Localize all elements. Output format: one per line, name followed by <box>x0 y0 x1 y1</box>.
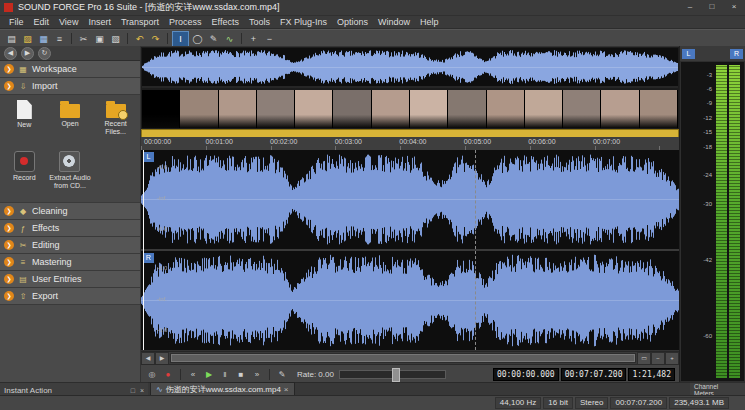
play-button[interactable]: ▶ <box>202 368 216 381</box>
pencil-edit-button[interactable]: ✎ <box>275 368 289 381</box>
close-button[interactable]: × <box>723 0 745 15</box>
sidebar-item-cleaning[interactable]: ❯ ◆ Cleaning <box>0 203 140 220</box>
file-length-field: 00:07:07.200 <box>610 397 667 409</box>
tab-close-icon[interactable]: × <box>284 385 289 394</box>
video-frame <box>142 90 180 128</box>
meter-left-badge[interactable]: L <box>682 49 695 59</box>
waveform-editor[interactable]: L -6.0 -inf. -6.0 R -6.0 -inf. -6.0 <box>141 150 679 350</box>
toolbar-separator <box>71 33 72 44</box>
back-icon[interactable]: ◀ <box>4 47 17 60</box>
overview-waveform[interactable] <box>142 48 678 86</box>
menu-window[interactable]: Window <box>373 17 415 27</box>
menu-process[interactable]: Process <box>164 17 207 27</box>
record-button[interactable]: ● <box>161 368 175 381</box>
ruler-tick: 00:02:00 <box>270 138 297 145</box>
channel-left[interactable]: L -6.0 -inf. -6.0 <box>141 150 679 249</box>
export-icon: ⇧ <box>18 292 28 301</box>
channel-right[interactable]: R -6.0 -inf. -6.0 <box>141 251 679 350</box>
rate-slider[interactable] <box>339 370 446 379</box>
document-tab[interactable]: ∿ 伤逝的安详www.ssdax.com.mp4 × <box>150 382 295 396</box>
sidebar-item-mastering[interactable]: ❯ ≡ Mastering <box>0 254 140 271</box>
new-file-icon[interactable]: ▤ <box>4 32 19 46</box>
open-file-icon[interactable]: ▨ <box>20 32 35 46</box>
maximize-button[interactable]: □ <box>701 0 723 15</box>
menu-insert[interactable]: Insert <box>83 17 116 27</box>
pin-icon[interactable]: □ <box>131 387 135 394</box>
zoom-in-icon[interactable]: + <box>246 32 261 46</box>
cut-icon[interactable]: ✂ <box>76 32 91 46</box>
close-icon[interactable]: × <box>140 387 144 394</box>
video-timeline-strip[interactable] <box>141 89 679 129</box>
menu-help[interactable]: Help <box>415 17 444 27</box>
pause-button[interactable]: ‖ <box>218 368 232 381</box>
app-logo-icon <box>4 3 13 12</box>
zoom-in-time-icon[interactable]: + <box>665 352 679 365</box>
scroll-left-icon[interactable]: ◀ <box>141 352 155 365</box>
video-frame <box>333 90 371 128</box>
zoom-out-time-icon[interactable]: − <box>651 352 665 365</box>
sidebar-item-import[interactable]: ❯ ⇩ Import <box>0 78 140 95</box>
rate-slider-thumb[interactable] <box>392 368 400 382</box>
video-frame <box>640 90 678 128</box>
redo-icon[interactable]: ↷ <box>148 32 163 46</box>
expand-arrow-icon: ❯ <box>4 206 14 216</box>
left-channel-badge[interactable]: L <box>143 152 154 162</box>
bit-depth-field: 16 bit <box>543 397 573 409</box>
copy-icon[interactable]: ▣ <box>92 32 107 46</box>
stop-button[interactable]: ■ <box>234 368 248 381</box>
record-arm-button[interactable]: ◎ <box>145 368 159 381</box>
pencil-tool-icon[interactable]: ✎ <box>206 32 221 46</box>
overview-strip[interactable] <box>141 47 679 89</box>
menu-tools[interactable]: Tools <box>244 17 275 27</box>
right-channel-badge[interactable]: R <box>143 253 154 263</box>
scrollbar-track[interactable] <box>170 353 636 363</box>
minimize-button[interactable]: – <box>679 0 701 15</box>
menu-transport[interactable]: Transport <box>116 17 164 27</box>
properties-icon[interactable]: ≡ <box>52 32 67 46</box>
window-title: SOUND FORGE Pro 16 Suite - [伤逝的安详www.ssd… <box>18 1 280 14</box>
sidebar-item-workspace[interactable]: ❯ ▦ Workspace <box>0 61 140 78</box>
time-ruler[interactable]: 00:00:00 00:01:00 00:02:00 00:03:00 00:0… <box>141 137 679 151</box>
edit-tool-icon[interactable]: I <box>172 31 189 47</box>
menu-edit[interactable]: Edit <box>29 17 55 27</box>
menu-file[interactable]: File <box>4 17 29 27</box>
menu-effects[interactable]: Effects <box>207 17 244 27</box>
instant-action-panel: ◀ ▶ ↻ ❯ ▦ Workspace ❯ ⇩ Import New Open <box>0 46 141 382</box>
video-frame <box>257 90 295 128</box>
import-recent-files-button[interactable]: Recent Files... <box>93 98 138 148</box>
zoom-selection-icon[interactable]: ▭ <box>637 352 651 365</box>
save-icon[interactable]: ▦ <box>36 32 51 46</box>
video-frame <box>601 90 639 128</box>
import-new-button[interactable]: New <box>2 98 47 148</box>
sidebar-item-export[interactable]: ❯ ⇧ Export <box>0 288 140 305</box>
import-record-button[interactable]: Record <box>2 149 47 199</box>
undo-icon[interactable]: ↶ <box>132 32 147 46</box>
refresh-icon[interactable]: ↻ <box>38 47 51 60</box>
go-to-start-button[interactable]: « <box>186 368 200 381</box>
menu-view[interactable]: View <box>54 17 83 27</box>
playback-cursor <box>143 150 144 350</box>
zoom-out-icon[interactable]: − <box>262 32 277 46</box>
import-open-button[interactable]: Open <box>48 98 93 148</box>
meter-bar-left <box>716 65 727 378</box>
sidebar-item-effects[interactable]: ❯ ƒ Effects <box>0 220 140 237</box>
go-to-end-button[interactable]: » <box>250 368 264 381</box>
scrollbar-thumb[interactable] <box>171 354 635 362</box>
sidebar-item-editing[interactable]: ❯ ✂ Editing <box>0 237 140 254</box>
magnify-tool-icon[interactable]: ◯ <box>190 32 205 46</box>
window-controls: – □ × <box>679 0 745 15</box>
sidebar-item-user-entries[interactable]: ❯ ▤ User Entries <box>0 271 140 288</box>
length-display: 1:21,482 <box>628 368 675 381</box>
title-bar: SOUND FORGE Pro 16 Suite - [伤逝的安详www.ssd… <box>0 0 745 16</box>
paste-icon[interactable]: ▧ <box>108 32 123 46</box>
import-extract-cd-button[interactable]: Extract Audio from CD... <box>48 149 93 199</box>
waveform-right[interactable] <box>141 251 679 350</box>
menu-fx-plugins[interactable]: FX Plug-Ins <box>275 17 332 27</box>
forward-icon[interactable]: ▶ <box>21 47 34 60</box>
meter-right-badge[interactable]: R <box>730 49 743 59</box>
sidebar-empty-space <box>0 305 140 382</box>
waveform-left[interactable] <box>141 150 679 249</box>
envelope-tool-icon[interactable]: ∿ <box>222 32 237 46</box>
menu-options[interactable]: Options <box>332 17 373 27</box>
scroll-right-icon[interactable]: ▶ <box>155 352 169 365</box>
